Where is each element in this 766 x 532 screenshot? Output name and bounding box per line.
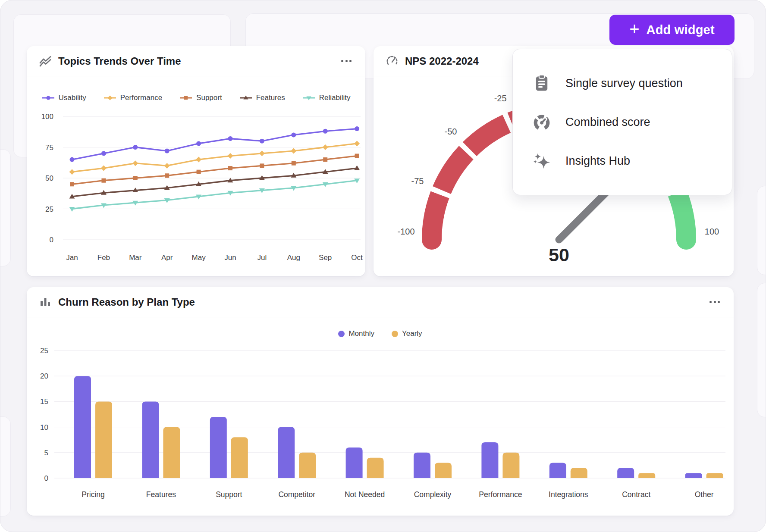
legend-item-performance[interactable]: Performance <box>104 94 162 102</box>
menu-item-label: Single survey question <box>565 77 683 90</box>
bar-support-yearly <box>231 437 248 478</box>
gauge-icon <box>532 112 552 132</box>
bar-chart-icon <box>39 296 52 309</box>
speedometer-icon <box>386 55 399 68</box>
svg-text:Other: Other <box>695 490 714 499</box>
bar-competitor-yearly <box>299 453 316 478</box>
bar-features-yearly <box>163 427 180 478</box>
dashboard-page: + Add widget Topics Trends Over Time Usa… <box>0 0 766 532</box>
bar-other-yearly <box>706 473 723 478</box>
svg-text:5: 5 <box>44 449 48 457</box>
sparkles-icon <box>532 151 552 171</box>
menu-item-single-survey-question[interactable]: Single survey question <box>513 73 732 93</box>
legend-marker <box>42 95 55 101</box>
svg-text:-50: -50 <box>445 127 457 136</box>
bar-integrations-yearly <box>571 468 587 478</box>
series-performance <box>72 144 357 172</box>
card-header: Churn Reason by Plan Type <box>27 287 734 317</box>
bar-not-needed-monthly <box>346 448 363 478</box>
svg-text:Features: Features <box>146 490 176 499</box>
svg-text:-75: -75 <box>411 176 424 186</box>
legend-item-support[interactable]: Support <box>179 94 222 102</box>
bar-pricing-monthly <box>74 376 91 478</box>
churn-card: Churn Reason by Plan Type MonthlyYearly … <box>27 287 734 516</box>
more-options-button[interactable] <box>706 297 723 307</box>
bar-competitor-monthly <box>278 427 295 478</box>
legend-marker <box>239 95 252 101</box>
menu-item-insights-hub[interactable]: Insights Hub <box>513 151 732 171</box>
svg-text:25: 25 <box>45 205 53 213</box>
chart-legend: UsabilityPerformanceSupportFeaturesRelia… <box>27 94 365 102</box>
legend-item-reliability[interactable]: Reliability <box>302 94 351 102</box>
background-card <box>0 149 11 266</box>
topics-trends-card: Topics Trends Over Time UsabilityPerform… <box>27 46 365 276</box>
svg-text:Aug: Aug <box>287 253 300 262</box>
plus-icon: + <box>629 20 639 38</box>
svg-text:Oct: Oct <box>351 253 363 262</box>
svg-text:100: 100 <box>41 113 53 121</box>
bar-features-monthly <box>142 401 159 478</box>
legend-item-monthly[interactable]: Monthly <box>338 329 374 338</box>
clipboard-icon <box>532 73 552 93</box>
series-usability <box>72 129 357 160</box>
legend-dot <box>338 331 345 337</box>
svg-text:Performance: Performance <box>479 490 522 499</box>
svg-text:Apr: Apr <box>161 253 173 262</box>
legend-marker <box>302 95 315 101</box>
card-title: NPS 2022-2024 <box>405 55 479 67</box>
series-support <box>72 156 357 185</box>
card-title: Topics Trends Over Time <box>58 55 181 67</box>
menu-item-label: Combined score <box>565 116 650 129</box>
svg-text:Jul: Jul <box>257 253 267 262</box>
chart-legend: MonthlyYearly <box>27 329 734 338</box>
svg-text:50: 50 <box>45 174 53 182</box>
legend-item-usability[interactable]: Usability <box>42 94 86 102</box>
svg-text:0: 0 <box>44 474 48 482</box>
svg-text:15: 15 <box>40 397 48 406</box>
bar-pricing-yearly <box>95 401 112 478</box>
line-chart-icon <box>39 55 52 68</box>
bar-support-monthly <box>210 417 227 478</box>
svg-text:Feb: Feb <box>97 253 110 262</box>
svg-text:Sep: Sep <box>319 253 332 262</box>
series-features <box>72 168 357 197</box>
svg-text:Support: Support <box>216 490 242 499</box>
svg-text:0: 0 <box>50 236 53 244</box>
svg-text:Mar: Mar <box>129 253 142 262</box>
bar-complexity-monthly <box>414 453 430 478</box>
legend-item-yearly[interactable]: Yearly <box>392 329 422 338</box>
menu-item-combined-score[interactable]: Combined score <box>513 112 732 132</box>
series-reliability <box>72 181 357 209</box>
card-header: Topics Trends Over Time <box>27 46 365 76</box>
add-widget-menu: Single survey question Combined score <box>512 49 732 195</box>
legend-dot <box>392 331 398 337</box>
bar-contract-yearly <box>638 473 655 478</box>
svg-text:Pricing: Pricing <box>82 490 105 499</box>
svg-text:Jun: Jun <box>224 253 236 262</box>
svg-text:Integrations: Integrations <box>549 490 588 499</box>
svg-text:Competitor: Competitor <box>278 490 315 499</box>
add-widget-label: Add widget <box>647 23 715 37</box>
legend-marker <box>104 95 116 101</box>
gauge-value: 50 <box>496 245 622 265</box>
bar-integrations-monthly <box>549 463 566 478</box>
card-title: Churn Reason by Plan Type <box>58 296 195 308</box>
bar-complexity-yearly <box>435 463 452 478</box>
more-options-button[interactable] <box>338 56 355 66</box>
bar-not-needed-yearly <box>367 458 384 478</box>
line-chart: 0255075100JanFebMarAprMayJunJulAugSepOct <box>27 46 365 276</box>
bar-other-monthly <box>685 473 702 478</box>
add-widget-button[interactable]: + Add widget <box>609 15 735 45</box>
gauge-segment <box>442 153 466 190</box>
svg-text:-25: -25 <box>494 94 507 103</box>
svg-text:100: 100 <box>705 227 719 236</box>
background-card <box>757 186 766 275</box>
bar-chart: 0510152025PricingFeaturesSupportCompetit… <box>27 287 734 516</box>
background-card <box>757 283 766 417</box>
svg-text:75: 75 <box>45 144 53 152</box>
svg-text:25: 25 <box>40 347 48 355</box>
bar-performance-yearly <box>502 453 519 478</box>
svg-text:10: 10 <box>40 423 48 432</box>
svg-text:Jan: Jan <box>66 253 78 262</box>
legend-item-features[interactable]: Features <box>239 94 285 102</box>
